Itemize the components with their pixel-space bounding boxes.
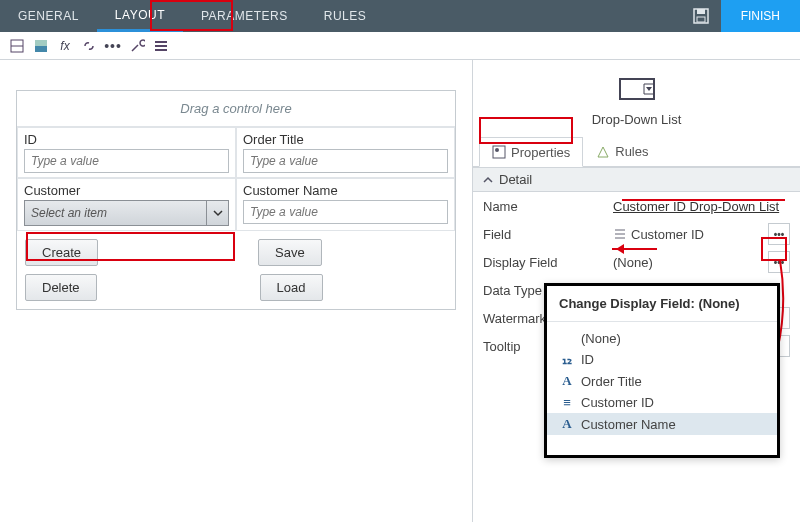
svg-rect-8 xyxy=(155,45,167,47)
delete-button[interactable]: Delete xyxy=(25,274,97,301)
tab-layout[interactable]: LAYOUT xyxy=(97,0,183,32)
label-order-title: Order Title xyxy=(243,132,448,147)
tab-rules[interactable]: RULES xyxy=(306,0,385,32)
list-icon xyxy=(613,227,627,241)
save-button[interactable]: Save xyxy=(258,239,322,266)
tab-rules-prop[interactable]: Rules xyxy=(583,137,661,166)
toolbar-fx-icon[interactable]: fx xyxy=(56,37,74,55)
rules-icon xyxy=(596,145,610,159)
prop-display-field-label: Display Field xyxy=(483,255,613,270)
text-icon: A xyxy=(559,416,575,432)
prop-name-label: Name xyxy=(483,199,613,214)
toolbar-wrench-icon[interactable] xyxy=(128,37,146,55)
select-customer[interactable]: Select an item xyxy=(24,200,229,226)
toolbar-menu-icon[interactable] xyxy=(152,37,170,55)
list-icon: ≡ xyxy=(559,395,575,410)
popup-item-customer-name[interactable]: ACustomer Name xyxy=(547,413,777,435)
toolbar-btn-2[interactable] xyxy=(32,37,50,55)
toolbar-more-icon[interactable]: ••• xyxy=(104,37,122,55)
popup-item-order-title[interactable]: AOrder Title xyxy=(547,370,777,392)
load-button[interactable]: Load xyxy=(260,274,323,301)
form-canvas: Drag a control here ID Order Title Custo… xyxy=(16,90,456,310)
tab-parameters[interactable]: PARAMETERS xyxy=(183,0,306,32)
dropdown-component-icon xyxy=(619,78,655,100)
svg-rect-6 xyxy=(35,46,47,52)
arrow-display-field xyxy=(612,248,657,250)
svg-rect-7 xyxy=(155,41,167,43)
label-customer: Customer xyxy=(24,183,229,198)
tab-properties[interactable]: Properties xyxy=(479,137,583,167)
input-id[interactable] xyxy=(24,149,229,173)
detail-header[interactable]: Detail xyxy=(473,167,800,192)
field-ellipsis-button[interactable]: ••• xyxy=(768,223,790,245)
create-button[interactable]: Create xyxy=(25,239,98,266)
prop-display-field-value: (None) xyxy=(613,255,764,270)
prop-field-label: Field xyxy=(483,227,613,242)
svg-point-12 xyxy=(495,148,499,152)
canvas-pane: Drag a control here ID Order Title Custo… xyxy=(0,60,473,522)
tab-general[interactable]: GENERAL xyxy=(0,0,97,32)
drag-hint: Drag a control here xyxy=(17,91,455,127)
input-order-title[interactable] xyxy=(243,149,448,173)
input-customer-name[interactable] xyxy=(243,200,448,224)
popup-title: Change Display Field: (None) xyxy=(547,286,777,322)
change-display-field-popup: Change Display Field: (None) (None) ₁₂ID… xyxy=(544,283,780,458)
toolbar-btn-1[interactable] xyxy=(8,37,26,55)
highlight-name-underline xyxy=(622,199,785,201)
save-icon[interactable] xyxy=(681,0,721,32)
component-name: Drop-Down List xyxy=(473,112,800,127)
prop-field-value: Customer ID xyxy=(631,227,764,242)
collapse-icon xyxy=(483,175,493,185)
top-nav: GENERAL LAYOUT PARAMETERS RULES FINISH xyxy=(0,0,800,32)
svg-rect-2 xyxy=(697,17,705,22)
toolbar-link-icon[interactable] xyxy=(80,37,98,55)
svg-rect-11 xyxy=(493,146,505,158)
properties-icon xyxy=(492,145,506,159)
finish-button[interactable]: FINISH xyxy=(721,0,800,32)
toolbar: fx ••• xyxy=(0,32,800,60)
svg-rect-9 xyxy=(155,49,167,51)
popup-item-none[interactable]: (None) xyxy=(547,328,777,349)
popup-item-id[interactable]: ₁₂ID xyxy=(547,349,777,370)
label-customer-name: Customer Name xyxy=(243,183,448,198)
display-field-ellipsis-button[interactable]: ••• xyxy=(768,251,790,273)
svg-rect-1 xyxy=(697,9,705,14)
select-customer-text: Select an item xyxy=(25,206,206,220)
chevron-down-icon[interactable] xyxy=(206,201,228,225)
text-icon: A xyxy=(559,373,575,389)
popup-item-customer-id[interactable]: ≡Customer ID xyxy=(547,392,777,413)
number-icon: ₁₂ xyxy=(559,352,575,367)
label-id: ID xyxy=(24,132,229,147)
